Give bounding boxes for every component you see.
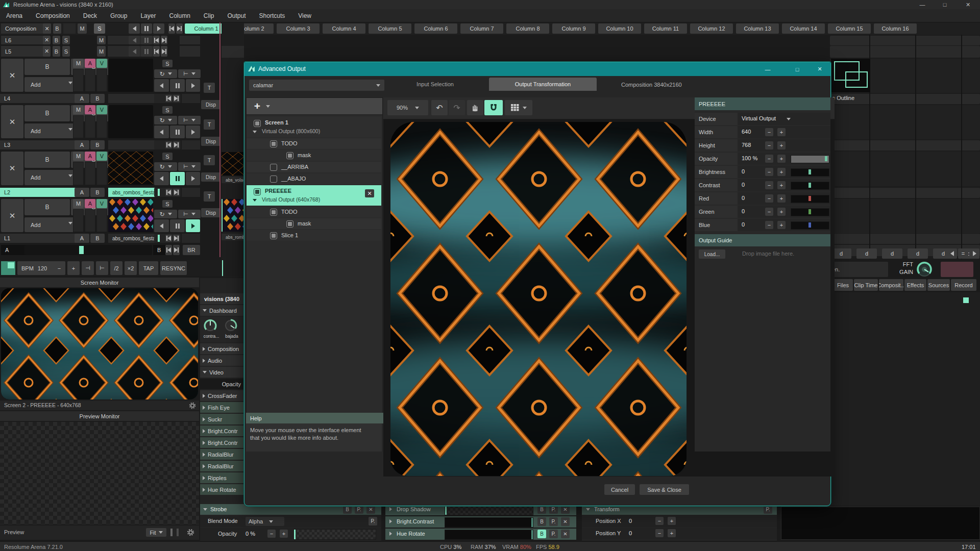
fader-strip[interactable] [85,162,95,185]
column-header-16[interactable]: Column 16 [874,23,917,34]
row-skip-start-button[interactable] [165,95,172,102]
param-slider-handle[interactable] [808,222,811,228]
tree-item-todo[interactable]: TODO [247,207,381,217]
menu-output[interactable]: Output [228,12,246,19]
layer-s-button[interactable]: S [62,46,70,57]
menu-deck[interactable]: Deck [83,12,97,19]
sidebar-item-hue-rotate[interactable]: Hue Rotate [200,484,244,495]
param-plus-green[interactable]: + [777,208,786,216]
layer-label-l4[interactable]: L4 [0,94,77,103]
clip-play-button[interactable] [186,126,200,138]
video-fader-button[interactable]: V [96,199,107,208]
bpm-nudge-up-button[interactable]: ⊢ [96,261,108,275]
composition-prev-button[interactable] [129,23,140,34]
crossfader-b-button[interactable]: B [90,234,105,243]
composition-x-button[interactable]: ✕ [43,23,51,34]
output-slice-image[interactable] [390,122,687,476]
zoom-level-dropdown[interactable]: 90% [387,100,428,115]
tree-item-mask[interactable]: mask [247,218,381,229]
fader-strip[interactable] [73,69,84,92]
menu-shortcuts[interactable]: Shortcuts [259,12,285,19]
layer-clear-button[interactable]: ✕ [1,152,23,185]
param-minus-width[interactable]: − [765,128,773,136]
composition-m-button[interactable]: M [78,23,87,34]
scroll-left-button[interactable] [947,248,957,259]
layer-x-button[interactable]: ✕ [43,36,51,44]
clip-thumbnail[interactable] [108,199,153,232]
param-minus-contrast[interactable]: − [765,181,773,189]
transform-row-value[interactable]: 0 [629,518,644,525]
fader-strip[interactable] [96,115,107,138]
transform-minus[interactable]: − [655,517,664,525]
strobe-bypass-button[interactable]: B [343,505,352,514]
row-skip-end-button[interactable] [173,95,180,102]
clip-pause-button[interactable] [170,219,185,232]
scroll-mid-button[interactable]: = [958,248,968,259]
undo-button[interactable]: ↶ [431,100,448,115]
column-header-6[interactable]: Column 6 [414,23,457,34]
menu-composition[interactable]: Composition [36,12,70,19]
sidebar-item-composition[interactable]: Composition [200,343,244,354]
layer-s-button[interactable]: S [62,36,70,44]
crossfader-handle[interactable] [79,246,84,254]
menu-arena[interactable]: Arena [6,12,22,19]
layer-bypass-button[interactable]: B [24,152,70,168]
bpm-plus-button[interactable]: + [67,261,80,275]
layer-b-button[interactable]: B [53,36,60,44]
column-header-3[interactable]: Column 3 [277,23,320,34]
param-slider-brightness[interactable] [791,168,829,177]
sidebar-item-suckr[interactable]: Suckr [200,414,244,424]
column-header-7[interactable]: Column 7 [460,23,503,34]
redo-button[interactable]: ↷ [449,100,465,115]
tree-checkbox[interactable] [270,209,277,216]
tree-checkbox[interactable] [270,140,277,147]
composition-skip-start-button[interactable] [168,23,175,34]
clip-solo-button[interactable]: S [162,200,173,208]
sidebar-item-crossfader[interactable]: CrossFader [200,390,244,401]
param-slider-handle[interactable] [825,156,827,161]
column-header-11[interactable]: Column 11 [644,23,687,34]
row-skip-end-button[interactable] [173,141,180,148]
tree-checkbox[interactable] [270,164,277,171]
crossfader-a-button[interactable]: A [75,188,89,197]
bright-contrast-param-button[interactable]: P. [549,517,558,526]
audio-fader-button[interactable]: A [85,105,95,114]
bpm-nudge-down-button[interactable]: ⊣ [82,261,94,275]
t-button[interactable]: T [204,119,215,130]
crossfader-a-button[interactable]: A [75,234,89,243]
fader-strip[interactable] [96,69,107,92]
dialog-title-bar[interactable]: Advanced Output — □ ✕ [244,62,830,76]
clip-prev-button[interactable] [154,219,169,232]
fft-gain-knob[interactable] [915,260,935,279]
row-skip-start-button[interactable] [165,189,172,196]
sidebar-item-radialblur[interactable]: RadialBlur [200,449,244,460]
load-button[interactable]: Load... [699,249,725,259]
tree-item-mask[interactable]: mask [247,150,381,161]
layer-skip-start-button[interactable] [153,36,160,44]
fader-strip[interactable] [96,209,107,232]
layer-bypass-button[interactable]: B [24,59,70,75]
loop-mode-dropdown[interactable]: ↻ [154,69,177,78]
fader-strip[interactable] [85,115,95,138]
blend-mode-dropdown[interactable]: Add [24,217,78,232]
clip-play-button[interactable] [186,219,200,232]
drop-shadow-close-button[interactable]: ✕ [561,505,570,514]
preview-slider[interactable] [170,529,173,536]
tree-checkbox[interactable] [254,120,261,127]
preview-gear-icon[interactable] [187,529,194,536]
blend-mode-value-dropdown[interactable]: Alpha [246,517,284,526]
t-button[interactable]: T [204,191,215,202]
composition-pause-button[interactable] [141,23,152,34]
audio-fader-button[interactable]: A [85,59,95,68]
drop-shadow-param-button[interactable]: P. [549,505,558,514]
clip-name-cell[interactable]: abs_rombos_fiesta... [108,234,157,243]
master-fader-button[interactable]: M [73,59,84,68]
video-fader-button[interactable]: V [96,105,107,114]
disp-button[interactable]: Disp [201,208,220,217]
knob-1[interactable]: contra... [202,318,220,341]
layer-bypass-button[interactable]: B [24,199,70,215]
fx-slider[interactable] [445,517,533,528]
clip-prev-button[interactable] [154,79,169,92]
master-fader-button[interactable]: M [73,152,84,161]
sidebar-item-audio[interactable]: Audio [200,355,244,366]
